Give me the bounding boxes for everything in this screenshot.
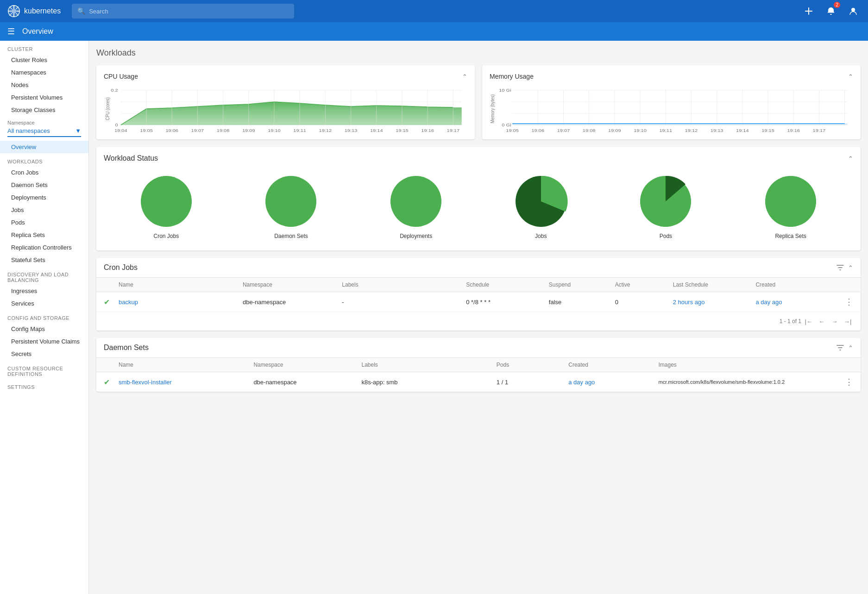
ds-row-status-icon: ✔ bbox=[104, 378, 119, 387]
ds-table-row: ✔ smb-flexvol-installer dbe-namespace k8… bbox=[96, 372, 861, 392]
sidebar-item-replication-controllers[interactable]: Replication Controllers bbox=[0, 241, 88, 254]
sidebar-item-pods[interactable]: Pods bbox=[0, 216, 88, 229]
row-namespace: dbe-namespace bbox=[243, 299, 342, 306]
namespace-label: Namespace bbox=[7, 120, 81, 125]
ds-row-images: mcr.microsoft.com/k8s/flexvolume/smb-fle… bbox=[659, 379, 839, 385]
crd-section-title: Custom Resource Definitions bbox=[0, 360, 88, 379]
add-button[interactable] bbox=[801, 4, 816, 19]
ds-col-header-labels: Labels bbox=[361, 362, 496, 368]
search-input[interactable] bbox=[89, 8, 289, 15]
sidebar-item-daemon-sets[interactable]: Daemon Sets bbox=[0, 179, 88, 191]
deployments-pie-chart bbox=[388, 174, 444, 229]
ds-col-header-namespace: Namespace bbox=[253, 362, 361, 368]
sidebar-item-persistent-volumes[interactable]: Persistent Volumes bbox=[0, 91, 88, 104]
svg-text:19:17: 19:17 bbox=[447, 128, 460, 133]
svg-text:19:04: 19:04 bbox=[114, 128, 127, 133]
row-created-link[interactable]: a day ago bbox=[755, 299, 782, 306]
svg-text:CPU (cores): CPU (cores) bbox=[105, 97, 110, 120]
pagination-prev-button[interactable]: ← bbox=[816, 316, 827, 327]
main-layout: Cluster Cluster Roles Namespaces Nodes P… bbox=[0, 41, 868, 594]
svg-text:0.2: 0.2 bbox=[111, 88, 118, 93]
sidebar-item-config-maps[interactable]: Config Maps bbox=[0, 323, 88, 335]
top-nav: kubernetes 🔍 2 bbox=[0, 0, 868, 22]
svg-text:19:17: 19:17 bbox=[813, 128, 826, 133]
ds-row-name-link[interactable]: smb-flexvol-installer bbox=[119, 379, 172, 386]
notifications-button[interactable]: 2 bbox=[824, 4, 838, 19]
col-header-created: Created bbox=[755, 281, 838, 288]
deployments-pie-label: Deployments bbox=[400, 233, 432, 239]
cron-jobs-table-title: Cron Jobs bbox=[104, 263, 138, 272]
sidebar-item-replica-sets[interactable]: Replica Sets bbox=[0, 229, 88, 241]
hamburger-menu[interactable]: ☰ bbox=[7, 26, 15, 37]
sidebar-item-secrets[interactable]: Secrets bbox=[0, 348, 88, 360]
svg-text:19:14: 19:14 bbox=[370, 128, 383, 133]
ds-row-namespace: dbe-namespace bbox=[253, 379, 361, 386]
pie-item-jobs: Jobs bbox=[513, 174, 569, 239]
memory-chart-title: Memory Usage bbox=[490, 73, 534, 80]
search-box[interactable]: 🔍 bbox=[72, 4, 294, 19]
ds-col-header-name: Name bbox=[119, 362, 253, 368]
svg-text:19:06: 19:06 bbox=[531, 128, 544, 133]
pagination-last-button[interactable]: →| bbox=[842, 316, 853, 327]
sidebar-item-namespaces[interactable]: Namespaces bbox=[0, 66, 88, 79]
sidebar-item-ingresses[interactable]: Ingresses bbox=[0, 285, 88, 297]
pie-item-cron-jobs: Cron Jobs bbox=[138, 174, 194, 239]
row-suspend: false bbox=[549, 299, 615, 306]
user-avatar[interactable] bbox=[846, 4, 861, 19]
discovery-section-title: Discovery and Load Balancing bbox=[0, 266, 88, 285]
sidebar-item-nodes[interactable]: Nodes bbox=[0, 79, 88, 91]
row-menu-button[interactable]: ⋮ bbox=[838, 297, 853, 307]
svg-text:10 Gi: 10 Gi bbox=[499, 88, 511, 93]
sidebar-item-overview[interactable]: Overview bbox=[0, 141, 88, 153]
row-schedule: 0 */8 * * * bbox=[466, 299, 549, 306]
svg-point-80 bbox=[390, 176, 441, 227]
daemon-sets-filter-icon[interactable] bbox=[836, 344, 844, 352]
namespace-select[interactable]: All namespaces ▼ bbox=[7, 127, 81, 137]
ds-row-labels: k8s-app: smb bbox=[361, 379, 496, 386]
memory-chart-collapse-button[interactable]: ⌃ bbox=[848, 73, 853, 80]
workload-status-collapse-button[interactable]: ⌃ bbox=[848, 155, 853, 162]
sub-nav: ☰ Overview bbox=[0, 22, 868, 41]
namespace-value: All namespaces bbox=[7, 127, 50, 134]
ds-row-menu-button[interactable]: ⋮ bbox=[838, 377, 853, 387]
daemon-sets-collapse-icon[interactable]: ⌃ bbox=[848, 344, 853, 351]
app-name: kubernetes bbox=[24, 7, 61, 15]
svg-text:19:11: 19:11 bbox=[293, 128, 306, 133]
namespace-section: Namespace All namespaces ▼ bbox=[0, 116, 88, 141]
svg-text:19:05: 19:05 bbox=[140, 128, 153, 133]
jobs-pie-label: Jobs bbox=[535, 233, 547, 239]
sidebar-item-cron-jobs[interactable]: Cron Jobs bbox=[0, 166, 88, 179]
sidebar-item-jobs[interactable]: Jobs bbox=[0, 204, 88, 216]
cpu-chart-collapse-button[interactable]: ⌃ bbox=[462, 73, 467, 80]
sidebar-item-storage-classes[interactable]: Storage Classes bbox=[0, 104, 88, 116]
row-name-link[interactable]: backup bbox=[119, 299, 138, 306]
ds-row-created-link[interactable]: a day ago bbox=[568, 379, 595, 386]
daemon-sets-pie-chart bbox=[263, 174, 319, 229]
cron-jobs-collapse-icon[interactable]: ⌃ bbox=[848, 264, 853, 271]
settings-section-title: Settings bbox=[0, 379, 88, 392]
row-last-schedule-link[interactable]: 2 hours ago bbox=[673, 299, 705, 306]
charts-row: CPU Usage ⌃ 0.2 0 bbox=[96, 65, 861, 139]
pagination-first-button[interactable]: |← bbox=[803, 316, 814, 327]
svg-point-83 bbox=[765, 176, 816, 227]
sidebar-item-stateful-sets[interactable]: Stateful Sets bbox=[0, 254, 88, 266]
col-header-schedule: Schedule bbox=[466, 281, 549, 288]
sidebar-item-deployments[interactable]: Deployments bbox=[0, 191, 88, 204]
pie-item-pods: Pods bbox=[638, 174, 693, 239]
cron-jobs-filter-icon[interactable] bbox=[836, 263, 844, 272]
cron-jobs-table-header: Cron Jobs ⌃ bbox=[96, 258, 861, 278]
memory-chart-header: Memory Usage ⌃ bbox=[490, 73, 853, 80]
memory-chart-card: Memory Usage ⌃ 10 Gi 0 Gi bbox=[482, 65, 861, 139]
sidebar-item-services[interactable]: Services bbox=[0, 297, 88, 310]
svg-text:19:12: 19:12 bbox=[319, 128, 332, 133]
pagination-next-button[interactable]: → bbox=[829, 316, 840, 327]
notification-badge: 2 bbox=[834, 2, 840, 8]
cpu-chart-header: CPU Usage ⌃ bbox=[104, 73, 467, 80]
config-section-title: Config and Storage bbox=[0, 310, 88, 323]
sidebar-item-cluster-roles[interactable]: Cluster Roles bbox=[0, 54, 88, 66]
svg-text:0 Gi: 0 Gi bbox=[502, 123, 511, 127]
cpu-chart-svg: 0.2 0 bbox=[104, 86, 467, 137]
cron-jobs-table-actions: ⌃ bbox=[836, 263, 853, 272]
sidebar-item-pvc[interactable]: Persistent Volume Claims bbox=[0, 335, 88, 348]
row-labels: - bbox=[342, 299, 466, 306]
